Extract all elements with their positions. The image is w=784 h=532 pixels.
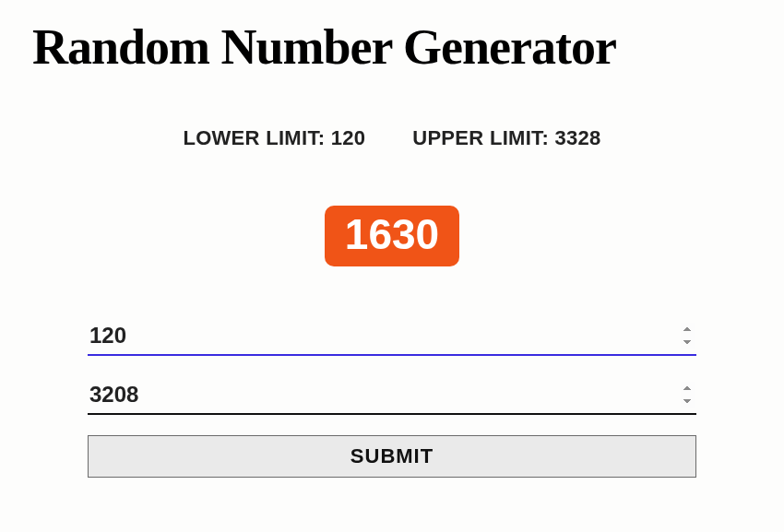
lower-limit-value: 120 — [331, 126, 366, 149]
page-title: Random Number Generator — [0, 18, 784, 76]
submit-button[interactable]: SUBMIT — [88, 435, 696, 478]
form-area: SUBMIT — [88, 317, 696, 478]
lower-limit-label: LOWER LIMIT: — [183, 126, 325, 149]
upper-limit-input[interactable] — [88, 376, 696, 415]
upper-limit-value: 3328 — [554, 126, 600, 149]
lower-limit-input[interactable] — [88, 317, 696, 356]
upper-limit-label: UPPER LIMIT: — [412, 126, 549, 149]
result-number: 1630 — [325, 206, 459, 266]
limits-display: LOWER LIMIT: 120 UPPER LIMIT: 3328 — [0, 126, 784, 150]
app-container: Random Number Generator LOWER LIMIT: 120… — [0, 0, 784, 478]
result-wrapper: 1630 — [0, 206, 784, 266]
